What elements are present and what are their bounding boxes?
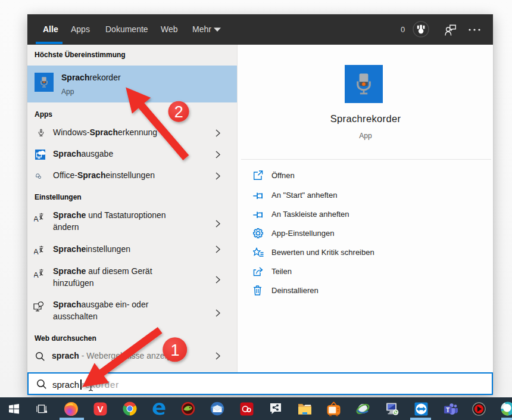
- svg-text:V: V: [97, 404, 103, 414]
- svg-text:T: T: [446, 406, 450, 413]
